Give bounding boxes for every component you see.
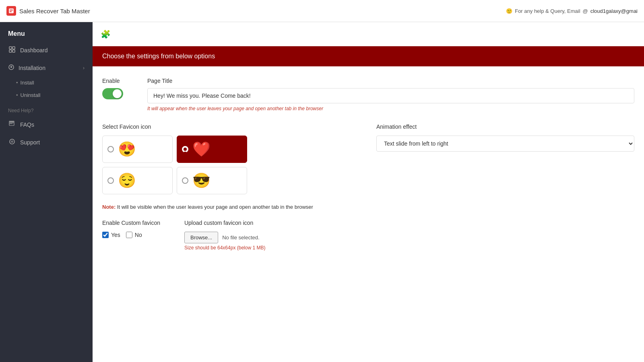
faqs-label: FAQs — [20, 121, 34, 128]
logo-icon — [6, 6, 16, 16]
favicon-radio-heart-eyes — [107, 146, 114, 152]
support-label: Support — [20, 139, 40, 146]
svg-rect-3 — [9, 47, 12, 49]
svg-rect-0 — [9, 8, 14, 13]
installation-icon — [8, 64, 14, 72]
sidebar-item-faqs[interactable]: FAQs — [0, 116, 93, 134]
favicon-animation-row: Select Favicon icon 😍 ❤️ — [102, 123, 634, 194]
email-address: cloud1galaxy@gmai — [590, 8, 638, 14]
smile-icon: 🙂 — [506, 8, 512, 14]
enable-label: Enable — [102, 78, 123, 84]
enable-toggle[interactable] — [102, 88, 123, 99]
favicon-grid: 😍 ❤️ 😌 — [102, 136, 247, 194]
size-hint: Size should be 64x64px (below 1 MB) — [184, 245, 265, 251]
svg-rect-1 — [10, 10, 13, 10]
note-content: It will be visible when the user leaves … — [117, 204, 313, 210]
favicon-left: Select Favicon icon 😍 ❤️ — [102, 123, 360, 194]
custom-favicon-right: Upload custom favicon icon Browse... No … — [184, 220, 265, 251]
yes-label: Yes — [111, 232, 120, 238]
animation-label: Animation effect — [376, 123, 634, 130]
sidebar-item-dashboard[interactable]: Dashboard — [0, 41, 93, 59]
favicon-emoji-relieved: 😌 — [118, 172, 136, 189]
dashboard-label: Dashboard — [20, 47, 48, 53]
no-label: No — [135, 232, 142, 238]
installation-label: Installation — [19, 65, 45, 71]
need-help-label: Need Help? — [0, 101, 93, 116]
install-label: Install — [21, 80, 34, 86]
dashboard-icon — [8, 46, 16, 54]
settings-header: Choose the settings from below options — [93, 46, 644, 66]
page-title-label: Page Title — [147, 78, 634, 84]
page-title-field-group: Page Title It will appear when the user … — [147, 78, 634, 111]
sidebar: Menu Dashboard Insta — [0, 22, 93, 362]
svg-rect-6 — [12, 50, 15, 52]
top-bar-right: 🙂 For any help & Query, Email @ cloud1ga… — [506, 8, 638, 14]
app-logo: Sales Recover Tab Master — [6, 6, 90, 16]
enable-field-group: Enable — [102, 78, 123, 99]
sidebar-sub-menu: Install Uninstall — [0, 76, 93, 101]
page-title-input[interactable] — [147, 88, 634, 103]
custom-favicon-section: Enable Custom favicon Yes No Upload cus — [102, 220, 634, 251]
no-checkbox[interactable] — [126, 232, 132, 238]
custom-favicon-left: Enable Custom favicon Yes No — [102, 220, 160, 238]
yes-checkbox[interactable] — [102, 232, 109, 238]
toggle-thumb — [113, 89, 122, 98]
svg-rect-5 — [9, 50, 12, 52]
sidebar-item-installation[interactable]: Installation › — [0, 59, 93, 76]
page-title-hint: It will appear when the user leaves your… — [147, 106, 634, 111]
checkbox-group: Yes No — [102, 232, 160, 238]
settings-header-title: Choose the settings from below options — [102, 53, 215, 60]
favicon-option-relieved[interactable]: 😌 — [102, 167, 173, 194]
toggle-track[interactable] — [102, 88, 123, 99]
sidebar-item-uninstall[interactable]: Uninstall — [16, 89, 93, 101]
favicon-radio-sunglasses — [182, 177, 188, 184]
favicon-emoji-sunglasses: 😎 — [192, 172, 211, 189]
note-label: Note: — [102, 204, 116, 210]
svg-point-10 — [11, 141, 13, 142]
custom-favicon-label: Enable Custom favicon — [102, 220, 160, 226]
yes-checkbox-label[interactable]: Yes — [102, 232, 120, 238]
no-checkbox-label[interactable]: No — [126, 232, 142, 238]
main-top-bar: 🧩 — [93, 22, 644, 46]
help-text: For any help & Query, Email — [515, 8, 580, 14]
favicon-radio-relieved — [107, 177, 114, 184]
note-text: Note: It will be visible when the user l… — [102, 204, 344, 210]
upload-row: Browse... No file selected. — [184, 232, 265, 243]
browse-button[interactable]: Browse... — [184, 232, 218, 243]
svg-rect-4 — [12, 47, 15, 49]
top-bar: Sales Recover Tab Master 🙂 For any help … — [0, 0, 644, 22]
favicon-option-sunglasses[interactable]: 😎 — [177, 167, 247, 194]
animation-select[interactable]: Text slide from left to right Text slide… — [376, 136, 634, 152]
svg-rect-2 — [10, 11, 12, 12]
app-title: Sales Recover Tab Master — [19, 8, 90, 14]
no-file-text: No file selected. — [222, 234, 260, 241]
puzzle-icon: 🧩 — [101, 29, 111, 39]
svg-point-9 — [10, 139, 14, 144]
favicon-emoji-heart-eyes: 😍 — [118, 141, 136, 158]
app-layout: Menu Dashboard Insta — [0, 22, 644, 362]
sidebar-item-install[interactable]: Install — [16, 76, 93, 89]
main-content: 🧩 Choose the settings from below options… — [93, 22, 644, 362]
favicon-emoji-heart: ❤️ — [192, 141, 211, 158]
upload-section-label: Upload custom favicon icon — [184, 220, 265, 226]
settings-body: Enable Page Title It will appear when th… — [93, 66, 644, 262]
email-at: @ — [583, 8, 588, 14]
uninstall-label: Uninstall — [21, 92, 41, 98]
favicon-option-heart[interactable]: ❤️ — [177, 136, 247, 163]
support-icon — [8, 138, 16, 146]
sidebar-menu-label: Menu — [0, 22, 93, 41]
sidebar-item-support[interactable]: Support — [0, 134, 93, 151]
favicon-section-label: Select Favicon icon — [102, 123, 360, 130]
favicon-option-heart-eyes[interactable]: 😍 — [102, 136, 173, 163]
faqs-icon — [8, 121, 16, 129]
favicon-radio-heart — [182, 146, 188, 152]
animation-right: Animation effect Text slide from left to… — [376, 123, 634, 152]
arrow-right-icon: › — [83, 65, 85, 71]
enable-pagetitle-row: Enable Page Title It will appear when th… — [102, 78, 634, 111]
